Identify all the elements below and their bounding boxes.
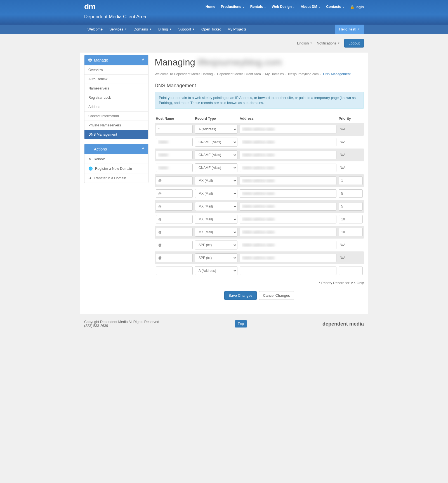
top-nav-item[interactable]: Web Design⌄ — [272, 5, 295, 9]
priority-input[interactable] — [339, 176, 363, 185]
recordtype-select[interactable]: A (Address)CNAME (Alias)MX (Mail)SPF (tx… — [195, 241, 237, 249]
address-input[interactable] — [240, 202, 336, 211]
priority-na: N/A — [339, 140, 363, 144]
top-nav-item[interactable]: Rentals⌄ — [250, 5, 266, 9]
chevron-down-icon: ⌄ — [342, 5, 345, 8]
dns-record-row: A (Address)CNAME (Alias)MX (Mail)SPF (tx… — [155, 213, 364, 226]
gear-icon — [88, 58, 92, 62]
breadcrumb-item[interactable]: lifesjourneyblog.com — [288, 72, 319, 76]
recordtype-select[interactable]: A (Address)CNAME (Alias)MX (Mail)SPF (tx… — [195, 215, 237, 224]
breadcrumb-item: DNS Management — [323, 72, 351, 76]
caret-down-icon: ▼ — [149, 28, 152, 30]
breadcrumb-item[interactable]: Dependent Media Client Area — [217, 72, 261, 76]
breadcrumb-item[interactable]: My Domains — [265, 72, 284, 76]
hostname-input[interactable] — [156, 241, 193, 249]
sidebar-manage-item[interactable]: Addons — [84, 102, 148, 111]
nav-item[interactable]: Open Ticket — [198, 25, 224, 34]
address-input[interactable] — [240, 151, 336, 159]
priority-input[interactable] — [339, 267, 363, 275]
sidebar-manage-item[interactable]: Overview — [84, 65, 148, 74]
logo[interactable]: dm — [84, 2, 95, 11]
main-nav: WelcomeServices ▼Domains ▼Billing ▼Suppo… — [84, 25, 250, 34]
top-nav: HomeProductions⌄Rentals⌄Web Design⌄About… — [206, 5, 364, 9]
dns-records-table: Host Name Record Type Address Priority A… — [155, 114, 364, 277]
nav-item[interactable]: Welcome — [84, 25, 106, 34]
nav-item[interactable]: Billing ▼ — [155, 25, 175, 34]
actions-panel: Actions ↻Renew🌐Register a New Domain➜Tra… — [84, 144, 148, 183]
recordtype-select[interactable]: A (Address)CNAME (Alias)MX (Mail)SPF (tx… — [195, 202, 237, 211]
address-input[interactable] — [240, 228, 336, 236]
actions-panel-header[interactable]: Actions — [84, 144, 148, 154]
nav-item[interactable]: Services ▼ — [106, 25, 130, 34]
address-input[interactable] — [240, 215, 336, 223]
top-nav-item[interactable]: Home — [206, 5, 215, 9]
notifications-dropdown[interactable]: Notifications▼ — [317, 41, 340, 45]
recordtype-select[interactable]: A (Address)CNAME (Alias)MX (Mail)SPF (tx… — [195, 150, 237, 159]
user-menu[interactable]: Hello, test!▼ — [335, 25, 364, 34]
priority-input[interactable] — [339, 189, 363, 198]
recordtype-select[interactable]: A (Address)CNAME (Alias)MX (Mail)SPF (tx… — [195, 253, 237, 262]
phone-text: (323) 533-2639 — [84, 324, 159, 328]
nav-item[interactable]: My Projects — [224, 25, 250, 34]
recordtype-select[interactable]: A (Address)CNAME (Alias)MX (Mail)SPF (tx… — [195, 189, 237, 198]
sidebar-manage-item[interactable]: Registrar Lock — [84, 93, 148, 102]
hostname-input[interactable] — [156, 189, 193, 198]
dns-record-row: A (Address)CNAME (Alias)MX (Mail)SPF (tx… — [155, 251, 364, 264]
recordtype-select[interactable]: A (Address)CNAME (Alias)MX (Mail)SPF (tx… — [195, 125, 237, 134]
column-header-priority: Priority — [339, 117, 363, 121]
top-nav-item[interactable]: Productions⌄ — [221, 5, 245, 9]
address-input[interactable] — [240, 138, 336, 146]
hostname-input[interactable] — [156, 164, 193, 172]
address-input[interactable] — [240, 176, 336, 185]
priority-input[interactable] — [339, 202, 363, 211]
hostname-input[interactable] — [156, 125, 193, 133]
breadcrumb-item[interactable]: Welcome To Dependent Media Hosting — [155, 72, 213, 76]
address-input[interactable] — [240, 125, 336, 133]
priority-input[interactable] — [339, 215, 363, 223]
arrow-right-icon: ➜ — [88, 176, 91, 180]
sidebar-action-item[interactable]: 🌐Register a New Domain — [84, 164, 148, 173]
recordtype-select[interactable]: A (Address)CNAME (Alias)MX (Mail)SPF (tx… — [195, 266, 237, 275]
save-button[interactable]: Save Changes — [224, 291, 256, 300]
back-to-top-button[interactable]: Top — [235, 320, 247, 328]
address-input[interactable] — [240, 267, 336, 275]
chevron-up-icon — [142, 147, 144, 151]
logout-button[interactable]: Logout — [344, 39, 364, 48]
priority-na: N/A — [339, 256, 363, 260]
address-input[interactable] — [240, 189, 336, 198]
hostname-input[interactable] — [156, 151, 193, 159]
manage-panel-header[interactable]: Manage — [84, 55, 148, 65]
hostname-input[interactable] — [156, 215, 193, 223]
sidebar-manage-item[interactable]: Contact Information — [84, 111, 148, 121]
sidebar-action-label: Renew — [94, 157, 105, 161]
login-link[interactable]: 🔒 login — [350, 5, 364, 9]
refresh-icon: ↻ — [88, 157, 91, 161]
recordtype-select[interactable]: A (Address)CNAME (Alias)MX (Mail)SPF (tx… — [195, 138, 237, 147]
sidebar-manage-item[interactable]: Nameservers — [84, 84, 148, 93]
language-dropdown[interactable]: English▼ — [297, 41, 312, 45]
sidebar-action-item[interactable]: ➜Transfer in a Domain — [84, 173, 148, 183]
sidebar-action-item[interactable]: ↻Renew — [84, 154, 148, 164]
cancel-button[interactable]: Cancel Changes — [259, 291, 294, 300]
recordtype-select[interactable]: A (Address)CNAME (Alias)MX (Mail)SPF (tx… — [195, 228, 237, 237]
nav-item[interactable]: Domains ▼ — [130, 25, 155, 34]
recordtype-select[interactable]: A (Address)CNAME (Alias)MX (Mail)SPF (tx… — [195, 176, 237, 185]
sidebar-manage-item[interactable]: DNS Management — [84, 130, 148, 139]
sidebar-manage-item[interactable]: Private Nameservers — [84, 121, 148, 130]
hostname-input[interactable] — [156, 176, 193, 185]
address-input[interactable] — [240, 241, 336, 249]
hostname-input[interactable] — [156, 254, 193, 262]
hostname-input[interactable] — [156, 202, 193, 211]
sidebar-manage-item[interactable]: Auto Renew — [84, 74, 148, 84]
dns-record-row: A (Address)CNAME (Alias)MX (Mail)SPF (tx… — [155, 239, 364, 251]
recordtype-select[interactable]: A (Address)CNAME (Alias)MX (Mail)SPF (tx… — [195, 163, 237, 172]
nav-item[interactable]: Support ▼ — [175, 25, 198, 34]
top-nav-item[interactable]: About DM⌄ — [301, 5, 320, 9]
hostname-input[interactable] — [156, 138, 193, 146]
priority-input[interactable] — [339, 228, 363, 236]
top-nav-item[interactable]: Contacts⌄ — [326, 5, 344, 9]
address-input[interactable] — [240, 164, 336, 172]
hostname-input[interactable] — [156, 228, 193, 236]
address-input[interactable] — [240, 254, 336, 262]
hostname-input[interactable] — [156, 267, 193, 275]
